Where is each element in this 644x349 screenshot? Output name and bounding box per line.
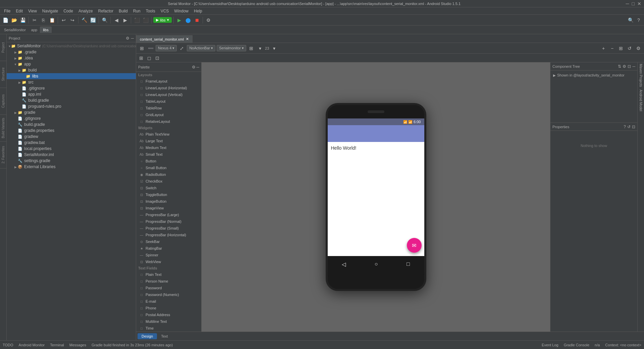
portrait-landscape-toggle[interactable]: ⤢ [178,45,185,52]
menu-run[interactable]: Run [130,8,143,14]
zoom-out-btn[interactable]: − [608,45,616,52]
design-settings-btn[interactable]: ⚙ [635,45,642,52]
toolbar-paste[interactable]: 📋 [48,16,56,24]
status-event-log-btn[interactable]: Event Log [542,343,558,347]
tree-item-proguard[interactable]: 📄 proguard-rules.pro [7,103,136,109]
status-android-monitor-btn[interactable]: Android Monitor [19,343,45,347]
palette-item-radiobutton[interactable]: ◉ RadioButton [136,171,201,178]
toolbar-save[interactable]: 💾 [19,16,27,24]
palette-item-small-text[interactable]: Ab Small Text [136,151,201,158]
palette-item-password[interactable]: □ Password [136,285,201,291]
theme-selector[interactable]: NoActionBar ▾ [187,45,215,51]
toolbar-run2[interactable]: ⬤ [184,16,192,24]
zoom-in-btn[interactable]: + [600,45,607,52]
language-selector[interactable]: ⊞ [248,45,255,52]
toolbar-debug[interactable]: ▶ [175,16,183,24]
tree-item-root[interactable]: 📁 SerialMonitor (C:\Users\vamsidhar\Desk… [7,43,136,49]
panel-collapse-btn[interactable]: ─ [131,36,134,41]
palette-item-plain-textview[interactable]: Ab Plain TextView [136,131,201,138]
fab-button[interactable]: ✉ [407,238,422,253]
device-selector[interactable]: Nexus 4 ▾ [156,45,177,51]
left-tab-captures[interactable]: Captures [0,88,6,115]
breadcrumb-serial-monitor[interactable]: SerialMonitor [1,27,29,33]
palette-item-relativelayout[interactable]: □ RelativeLayout [136,118,201,125]
panel-settings-btn[interactable]: ⚙ [126,36,129,41]
palette-item-imagebutton[interactable]: ⊡ ImageButton [136,198,201,205]
editor-tab-close-icon[interactable]: ✕ [186,37,189,41]
toolbar-open[interactable]: 📂 [10,16,18,24]
toolbar-redo[interactable]: ↪ [68,16,76,24]
palette-item-multiline-text[interactable]: □ Multiline Text [136,318,201,325]
status-todo-btn[interactable]: TODO [3,343,13,347]
palette-item-switch[interactable]: ⊡ Switch [136,185,201,191]
palette-collapse-btn[interactable]: ─ [196,65,199,69]
toolbar-settings[interactable]: ⚙ [205,16,213,24]
palette-item-imageview[interactable]: ⊡ ImageView [136,205,201,211]
tree-item-gitignore-app[interactable]: 📄 .gitignore [7,85,136,91]
tree-item-local-props[interactable]: 📄 local.properties [7,146,136,152]
breadcrumb-libs[interactable]: libs [40,27,52,33]
ct-filter-btn[interactable]: ⊡ [628,64,631,69]
toolbar-sync[interactable]: 🔄 [89,16,97,24]
zoom-fit-btn[interactable]: ⊡ [154,54,161,62]
palette-item-linearlayout-h[interactable]: □ LinearLayout (Horizontal) [136,85,201,91]
tree-item-build-gradle-app[interactable]: 🔧 build.gradle [7,97,136,103]
tree-item-gradlew-bat[interactable]: 📄 gradlew.bat [7,140,136,146]
minimize-button[interactable]: ─ [626,1,629,6]
palette-config-btn[interactable]: ⚙ [192,65,196,69]
tree-item-src[interactable]: 📁 src [7,79,136,85]
ct-settings-btn[interactable]: ⚙ [623,64,626,69]
palette-item-progressbar-horizontal[interactable]: — ProgressBar (Horizontal) [136,232,201,238]
design-zoom-out[interactable]: ➖ [147,45,154,52]
grid-toggle-btn[interactable]: ⊞ [138,54,145,62]
palette-item-checkbox[interactable]: ☑ CheckBox [136,178,201,185]
palette-item-time[interactable]: □ Time [136,325,201,332]
tree-item-build-gradle-root[interactable]: 🔧 build.gradle [7,121,136,128]
toolbar-build[interactable]: 🔨 [80,16,88,24]
tree-item-gradle-folder[interactable]: 📁 gradle [7,109,136,115]
left-tab-project[interactable]: Project [0,34,6,61]
palette-item-framelayout[interactable]: □ FrameLayout [136,78,201,85]
tree-item-gradle-hidden[interactable]: 📁 .gradle [7,49,136,55]
menu-analyze[interactable]: Analyze [76,8,96,14]
language-dropdown[interactable]: ▾ [256,45,264,52]
tree-item-app-iml[interactable]: 📄 app.iml [7,91,136,97]
editor-tab-content-serial-monitor[interactable]: content_serial_monitor.xml ✕ [136,35,193,43]
menu-view[interactable]: View [25,8,40,14]
left-tab-structure[interactable]: Structure [0,61,6,88]
palette-item-postal-address[interactable]: □ Postal Address [136,311,201,318]
tree-item-idea[interactable]: 📁 .idea [7,55,136,61]
palette-item-person-name[interactable]: □ Person Name [136,278,201,285]
toolbar-step[interactable]: ⬛ [133,16,141,24]
palette-item-progressbar-normal[interactable]: — ProgressBar (Normal) [136,218,201,225]
bottom-tab-text[interactable]: Text [157,333,172,339]
menu-navigate[interactable]: Navigate [40,8,61,14]
palette-item-progressbar-large[interactable]: — ProgressBar (Large) [136,211,201,218]
run-button[interactable]: ▶ libs ▾ [153,17,172,23]
palette-item-webview[interactable]: ⊡ WebView [136,258,201,265]
tree-item-settings-gradle[interactable]: 🔧 settings.gradle [7,158,136,164]
gutter-tab-maven[interactable]: Maven Projects [638,62,644,88]
toolbar-find[interactable]: 🔍 [101,16,109,24]
toolbar-search[interactable]: 🔍 [627,16,635,24]
tree-item-gitignore-root[interactable]: 📄 .gitignore [7,115,136,121]
menu-build[interactable]: Build [116,8,130,14]
left-tab-favorites[interactable]: 2: Favorites [0,142,6,168]
palette-item-medium-text[interactable]: Ab Medium Text [136,144,201,151]
tree-item-gradle-props[interactable]: 📄 gradle.properties [7,128,136,134]
tree-item-external-libs[interactable]: 📦 External Libraries [7,164,136,170]
menu-help[interactable]: Help [191,8,205,14]
menu-code[interactable]: Code [61,8,76,14]
tree-item-app[interactable]: 📁 app [7,61,136,67]
palette-item-small-button[interactable]: ○ Small Button [136,164,201,171]
ct-collapse-btn[interactable]: ─ [632,64,635,69]
tree-item-gradlew[interactable]: 📄 gradlew [7,134,136,140]
toolbar-help[interactable]: ? [635,16,643,24]
gutter-tab-android[interactable]: Android Model [638,88,644,112]
status-messages-btn[interactable]: Messages [69,343,86,347]
menu-vcs[interactable]: VCS [158,8,172,14]
toolbar-cut[interactable]: ✂ [31,16,39,24]
toolbar-nav-fwd[interactable]: ▶ [121,16,129,24]
menu-tools[interactable]: Tools [143,8,158,14]
palette-item-email[interactable]: □ E-mail [136,298,201,305]
